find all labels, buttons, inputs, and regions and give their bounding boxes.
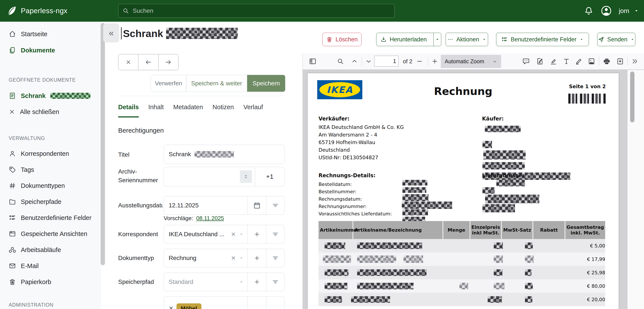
sidebar-item-trash[interactable]: Papierkorb xyxy=(0,275,101,289)
clear-correspondent-icon[interactable]: ✕ xyxy=(231,231,236,238)
custom-fields-button[interactable]: Benutzerdefinierte Felder xyxy=(496,33,589,46)
add-doctype-button[interactable] xyxy=(248,249,266,267)
search-input[interactable] xyxy=(132,7,390,14)
comment-tool-icon[interactable] xyxy=(521,56,531,66)
app-brand[interactable]: Paperless-ngx xyxy=(6,0,68,22)
image-tool-icon[interactable] xyxy=(586,56,597,66)
actions-button[interactable]: Aktionen xyxy=(446,33,488,46)
discard-button[interactable]: Verwerfen xyxy=(151,75,186,92)
download-icon xyxy=(380,36,387,43)
highlighter-tool-icon[interactable] xyxy=(548,56,558,66)
sidebar-item-document-types[interactable]: Dokumenttypen xyxy=(0,179,101,192)
printer-icon[interactable] xyxy=(602,56,612,66)
sidebar-item-label: Papierkorb xyxy=(21,279,51,286)
tags-filter-button[interactable] xyxy=(266,297,284,309)
storage-group: Standard xyxy=(164,273,284,291)
title-input[interactable]: Schrank xyxy=(164,145,284,164)
page-down-icon[interactable] xyxy=(364,56,374,66)
more-tools-icon[interactable] xyxy=(630,56,640,66)
sidebar-item-workflows[interactable]: Arbeitsabläufe xyxy=(0,243,101,257)
correspondent-filter-button[interactable] xyxy=(266,225,284,243)
date-input[interactable]: 12.11.2025 xyxy=(164,196,248,215)
add-tag-button[interactable] xyxy=(248,297,266,309)
redacted-buyer-line xyxy=(482,141,492,148)
tag-chip[interactable]: Möbel xyxy=(176,303,202,309)
pdf-scrollbar-thumb[interactable] xyxy=(630,71,634,122)
save-button[interactable]: Speichern xyxy=(247,75,285,92)
close-document-button[interactable] xyxy=(118,54,138,70)
sidebar-item-custom-fields[interactable]: Benutzerdefinierte Felder xyxy=(0,211,101,225)
correspondent-select[interactable]: IKEA Deutschland ... ✕ xyxy=(164,225,248,243)
doctype-filter-button[interactable] xyxy=(266,249,284,267)
spinner-icon[interactable] xyxy=(240,170,252,183)
signature-tool-icon[interactable] xyxy=(535,56,545,66)
text-tool-icon[interactable] xyxy=(561,56,572,66)
sidebar-collapse-button[interactable]: « xyxy=(103,23,119,42)
sidebar-item-email[interactable]: E-Mail xyxy=(0,259,101,273)
page-number-input[interactable] xyxy=(374,56,398,66)
storage-filter-button[interactable] xyxy=(266,273,284,291)
redacted-title-value xyxy=(194,151,234,158)
zoom-select[interactable]: Automatic Zoom xyxy=(441,55,501,68)
zoom-out-icon[interactable] xyxy=(414,56,425,66)
download-dropdown-toggle[interactable] xyxy=(434,33,441,46)
user-menu-caret-icon[interactable] xyxy=(634,8,639,14)
document-title-text: Schrank xyxy=(123,27,163,39)
row-total: € 5,00 xyxy=(565,239,607,253)
save-file-icon[interactable] xyxy=(615,56,625,66)
asn-input[interactable] xyxy=(164,167,255,186)
delete-button[interactable]: Löschen xyxy=(322,33,362,46)
sidebar-item-home[interactable]: Startseite xyxy=(0,27,101,41)
management-header: VERWALTUNG xyxy=(0,135,101,141)
remove-tag-icon[interactable]: ✕ xyxy=(169,305,174,309)
search-icon xyxy=(122,7,129,14)
add-storage-button[interactable] xyxy=(248,273,266,291)
buyer-label: Käufer: xyxy=(482,116,504,122)
sidebar-item-correspondents[interactable]: Korrespondenten xyxy=(0,147,101,160)
sidebar-item-documents[interactable]: Dokumente xyxy=(0,43,101,57)
sidebar-scrollbar[interactable] xyxy=(100,23,105,265)
avatar-icon[interactable] xyxy=(601,5,612,16)
tags-input[interactable]: ✕ Möbel xyxy=(164,297,248,309)
caret-down-icon xyxy=(630,37,635,42)
asn-group: +1 xyxy=(164,167,284,186)
caret-down-icon xyxy=(239,280,244,284)
date-suggestions: Vorschläge: 08.11.2025 xyxy=(164,215,224,222)
doctype-select[interactable]: Rechnung ✕ xyxy=(164,249,248,267)
previous-document-button[interactable] xyxy=(138,54,158,70)
sidebar-item-open-document[interactable]: Schrank xyxy=(0,89,101,102)
date-suggestion-link[interactable]: 08.11.2025 xyxy=(196,215,224,222)
tab-notes[interactable]: Notizen xyxy=(212,104,234,117)
zoom-in-icon[interactable] xyxy=(430,56,440,66)
next-document-button[interactable] xyxy=(158,54,178,70)
seller-line: IKEA Deutschland GmbH & Co. KG xyxy=(318,123,404,131)
sidebar-item-close-all[interactable]: Alle schließen xyxy=(0,105,101,119)
pen-tool-icon[interactable] xyxy=(574,56,584,66)
permissions-link[interactable]: Berechtigungen xyxy=(118,127,164,134)
pdf-scrollbar[interactable] xyxy=(628,70,644,309)
asn-increment-button[interactable]: +1 xyxy=(255,167,284,186)
sidebar-item-storage-paths[interactable]: Speicherpfade xyxy=(0,195,101,208)
row-total: € 20,00 xyxy=(565,293,607,306)
sidebar-toggle-icon[interactable] xyxy=(308,56,318,66)
tab-content[interactable]: Inhalt xyxy=(148,104,164,117)
page-up-icon[interactable] xyxy=(349,56,360,66)
tab-details[interactable]: Details xyxy=(118,104,139,117)
administration-header: ADMINISTRATION xyxy=(0,302,101,308)
bell-icon[interactable] xyxy=(584,6,594,16)
tab-metadata[interactable]: Metadaten xyxy=(173,104,203,117)
calendar-button[interactable] xyxy=(248,196,266,215)
sidebar-item-tags[interactable]: Tags xyxy=(0,163,101,176)
tab-history[interactable]: Verlauf xyxy=(243,104,263,117)
add-correspondent-button[interactable] xyxy=(248,225,266,243)
clear-doctype-icon[interactable]: ✕ xyxy=(231,255,236,262)
storage-select[interactable]: Standard xyxy=(164,273,248,291)
redacted-document-title xyxy=(50,93,90,99)
send-button[interactable]: Senden xyxy=(597,33,635,46)
document-title[interactable]: Schrank xyxy=(121,27,238,39)
download-button[interactable]: Herunterladen xyxy=(376,33,441,46)
pdf-search-icon[interactable] xyxy=(335,56,346,66)
date-filter-button[interactable] xyxy=(266,196,284,215)
save-and-next-button[interactable]: Speichern & weiter xyxy=(186,75,247,92)
sidebar-item-saved-views[interactable]: Gespeicherte Ansichten xyxy=(0,227,101,241)
